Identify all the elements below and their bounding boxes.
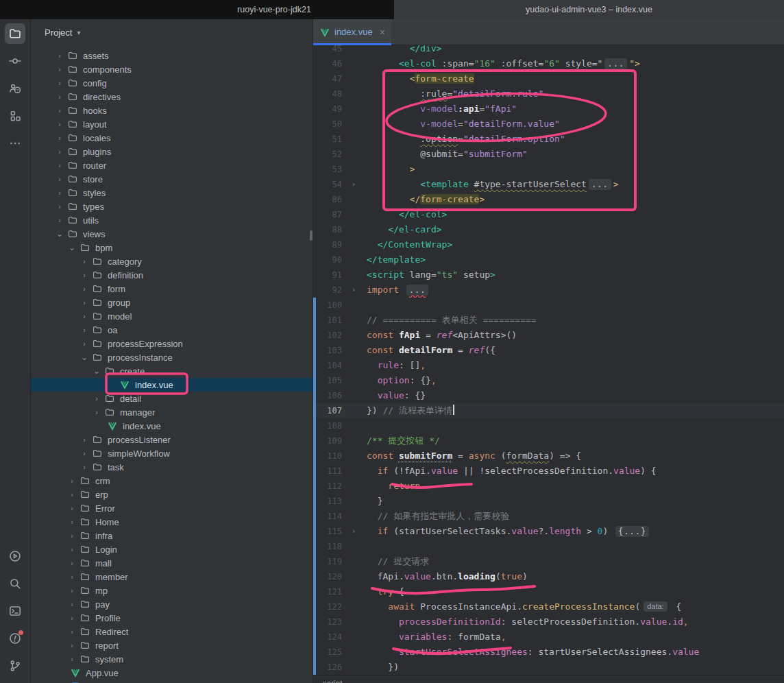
code-line-107[interactable]: 107}) // 流程表单详情	[313, 403, 784, 418]
tree-item-router[interactable]: ›router	[31, 158, 313, 172]
code-line-92[interactable]: 92›import ...	[313, 283, 784, 298]
chevron-right-icon[interactable]: ›	[79, 298, 90, 307]
code-line-102[interactable]: 102const fApi = ref<ApiAttrs>()	[313, 328, 784, 343]
tree-item-task[interactable]: ›task	[31, 460, 313, 474]
tree-item-detail[interactable]: ›detail	[31, 392, 313, 405]
chevron-right-icon[interactable]: ›	[79, 463, 90, 471]
tree-item-Redirect[interactable]: ›Redirect	[31, 625, 313, 638]
code-line-54[interactable]: 54› <template #type-startUserSelect...>	[313, 177, 784, 192]
tree-item-Error[interactable]: ›Error	[31, 501, 313, 515]
tree-item-layout[interactable]: ›layout	[31, 117, 313, 131]
tab-index-vue[interactable]: index.vue ×	[313, 19, 391, 45]
code-line-49[interactable]: 49 v-model:api="fApi"	[313, 101, 784, 117]
code-line-126[interactable]: 126 })	[313, 660, 784, 675]
chevron-right-icon[interactable]: ›	[79, 285, 90, 293]
chevron-right-icon[interactable]: ›	[79, 257, 90, 265]
editor-body[interactable]: 45 </div>46 <el-col :span="16" :offset="…	[313, 45, 784, 675]
code-line-115[interactable]: 115› if (startUserSelectTasks.value?.len…	[313, 524, 784, 539]
code-line-106[interactable]: 106 value: {}	[313, 388, 784, 403]
tree-item-model[interactable]: ›model	[31, 309, 313, 323]
code-line-100[interactable]: 100	[313, 298, 784, 313]
chevron-right-icon[interactable]: ›	[66, 586, 77, 595]
code-line-109[interactable]: 109/** 提交按钮 */	[313, 433, 784, 448]
code-line-91[interactable]: 91<script lang="ts" setup>	[313, 267, 784, 283]
tree-item-utils[interactable]: ›utils	[31, 213, 313, 227]
chevron-right-icon[interactable]: ›	[54, 106, 65, 115]
chevron-right-icon[interactable]: ›	[91, 408, 102, 416]
chevron-right-icon[interactable]: ›	[79, 326, 90, 334]
chevron-right-icon[interactable]: ›	[54, 216, 65, 224]
tree-item-processInstance[interactable]: ⌄processInstance	[31, 350, 313, 364]
active-window-title-bar[interactable]: yudao-ui-admin-vue3 – index.vue	[394, 0, 784, 19]
code-line-121[interactable]: 121 try {	[313, 584, 784, 599]
project-panel-header[interactable]: Project ▾	[31, 19, 313, 45]
chevron-right-icon[interactable]: ›	[79, 435, 90, 444]
chevron-down-icon[interactable]: ▾	[77, 29, 80, 36]
code-line-110[interactable]: 110const submitForm = async (formData) =…	[313, 448, 784, 464]
tree-item-pay[interactable]: ›pay	[31, 597, 313, 611]
tree-item-processListener[interactable]: ›processListener	[31, 433, 313, 446]
tree-item-crm[interactable]: ›crm	[31, 474, 313, 488]
tree-item-components[interactable]: ›components	[31, 62, 313, 76]
chevron-right-icon[interactable]: ›	[54, 202, 65, 211]
tree-item-infra[interactable]: ›infra	[31, 529, 313, 542]
code-line-48[interactable]: 48 :rule="detailForm.rule"	[313, 86, 784, 101]
chevron-right-icon[interactable]: ›	[54, 134, 65, 142]
structure-icon[interactable]	[5, 106, 25, 126]
code-line-104[interactable]: 104 rule: [],	[313, 358, 784, 373]
breadcrumb[interactable]: script	[313, 675, 784, 683]
chevron-down-icon[interactable]: ⌄	[79, 352, 90, 362]
project-panel-scrollbar[interactable]	[310, 230, 313, 241]
code-line-112[interactable]: 112 return	[313, 479, 784, 494]
chevron-right-icon[interactable]: ›	[66, 573, 77, 581]
tree-item-styles[interactable]: ›styles	[31, 186, 313, 200]
chevron-right-icon[interactable]: ›	[66, 504, 77, 512]
tree-item-index.vue[interactable]: index.vue	[31, 419, 313, 433]
chevron-right-icon[interactable]: ›	[54, 79, 65, 87]
tree-item-hooks[interactable]: ›hooks	[31, 104, 313, 117]
chevron-right-icon[interactable]: ›	[54, 189, 65, 197]
tree-item-config[interactable]: ›config	[31, 76, 313, 90]
code-line-50[interactable]: 50 v-model="detailForm.value"	[313, 117, 784, 132]
tree-item-store[interactable]: ›store	[31, 172, 313, 186]
fold-arrow-icon[interactable]: ›	[345, 283, 363, 298]
tree-item-Profile[interactable]: ›Profile	[31, 611, 313, 625]
code-line-108[interactable]: 108	[313, 418, 784, 433]
branch-icon[interactable]	[5, 656, 25, 676]
chevron-right-icon[interactable]: ›	[66, 559, 77, 567]
chevron-right-icon[interactable]: ›	[66, 490, 77, 499]
chevron-right-icon[interactable]: ›	[54, 51, 65, 60]
code-line-119[interactable]: 119 // 提交请求	[313, 554, 784, 569]
chevron-right-icon[interactable]: ›	[66, 614, 77, 622]
chevron-down-icon[interactable]: ⌄	[54, 229, 65, 239]
code-line-53[interactable]: 53 >	[313, 162, 784, 177]
tree-item-erp[interactable]: ›erp	[31, 488, 313, 501]
tree-item-oa[interactable]: ›oa	[31, 323, 313, 337]
code-line-120[interactable]: 120 fApi.value.btn.loading(true)	[313, 569, 784, 584]
chevron-right-icon[interactable]: ›	[54, 161, 65, 169]
tree-item-locales[interactable]: ›locales	[31, 131, 313, 145]
chevron-down-icon[interactable]: ⌄	[91, 366, 102, 376]
chevron-right-icon[interactable]: ›	[79, 312, 90, 320]
tree-item-App.vue[interactable]: App.vue	[31, 666, 313, 680]
tree-item-types[interactable]: ›types	[31, 200, 313, 213]
code-line-88[interactable]: 88 </el-card>	[313, 222, 784, 237]
tree-item-system[interactable]: ›system	[31, 652, 313, 666]
chevron-right-icon[interactable]: ›	[66, 477, 77, 485]
chevron-right-icon[interactable]: ›	[66, 641, 77, 649]
tree-item-definition[interactable]: ›definition	[31, 268, 313, 282]
tree-item-index.vue[interactable]: index.vue	[31, 378, 313, 392]
tree-item-plugins[interactable]: ›plugins	[31, 145, 313, 158]
chevron-right-icon[interactable]: ›	[79, 449, 90, 457]
chevron-right-icon[interactable]: ›	[79, 339, 90, 348]
chevron-down-icon[interactable]: ⌄	[66, 243, 77, 252]
code-line-125[interactable]: 125 startUserSelectAssignees: startUserS…	[313, 645, 784, 660]
fold-arrow-icon[interactable]: ›	[345, 177, 363, 192]
chevron-right-icon[interactable]: ›	[54, 120, 65, 128]
tree-item-views[interactable]: ⌄views	[31, 227, 313, 241]
tree-item-Home[interactable]: ›Home	[31, 515, 313, 529]
tree-item-create[interactable]: ⌄create	[31, 364, 313, 378]
tree-item-mp[interactable]: ›mp	[31, 584, 313, 597]
tree-item-form[interactable]: ›form	[31, 282, 313, 296]
more-icon[interactable]	[5, 133, 25, 154]
